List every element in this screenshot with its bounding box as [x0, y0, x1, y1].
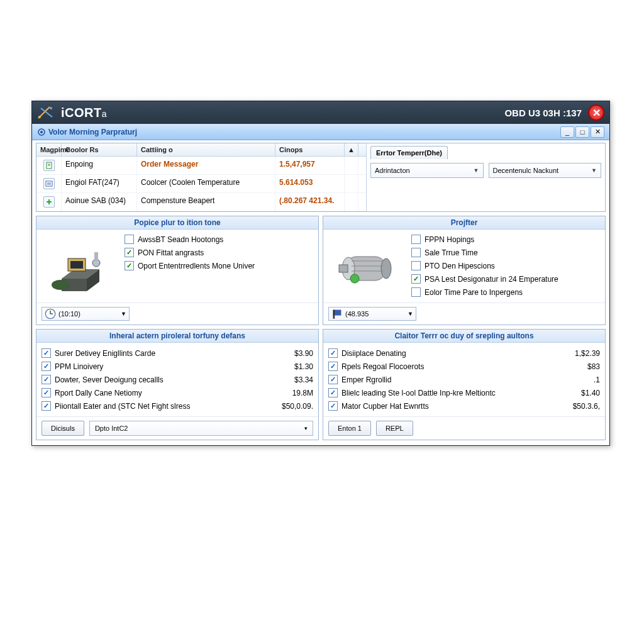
- machine-illustration: [43, 235, 118, 297]
- checkbox[interactable]: ✓: [42, 348, 51, 358]
- table-row[interactable]: EnpoingOrder Messager1.5,47,957: [36, 157, 366, 175]
- combo-time-left[interactable]: (10:10)▼: [42, 307, 130, 321]
- list-item: ✓Emper Rgrollid.1: [328, 373, 600, 386]
- checkbox[interactable]: [411, 235, 421, 244]
- checkbox[interactable]: ✓: [328, 401, 338, 411]
- list-item: ✓Surer Detivey Enigllints Carde$3.90: [42, 347, 313, 360]
- check-item: FPPN Hopings: [411, 235, 599, 244]
- checkbox[interactable]: ✓: [42, 375, 51, 384]
- combo-adrintacton[interactable]: Adrintacton▼: [370, 163, 484, 178]
- checkbox[interactable]: ✓: [328, 375, 338, 384]
- check-item: ✓Oport Ententrredlents Mone Univer: [125, 261, 312, 270]
- cell-c: 1.5,47,957: [275, 157, 345, 174]
- cell-b: Coolcer (Coolen Temperature: [137, 175, 275, 192]
- col-header-a[interactable]: Coolor Rs: [62, 143, 137, 156]
- motor-illustration: [330, 235, 405, 297]
- list-label: Surer Detivey Enigllints Carde: [55, 349, 155, 358]
- list-amount: $1.30: [294, 362, 313, 371]
- svg-rect-20: [94, 252, 98, 261]
- list-item: ✓Disiiplace Denating1,$2.39: [328, 347, 600, 360]
- checkbox[interactable]: ✓: [125, 261, 134, 270]
- list-amount: $50,0.09.: [282, 402, 313, 411]
- cell-a: Aoinue SAB (034): [62, 193, 137, 211]
- tab-error-temp[interactable]: Errtor Temperr(Dhe): [370, 146, 448, 159]
- window-close-button[interactable]: ✕: [591, 126, 604, 138]
- enton-button[interactable]: Enton 1: [328, 421, 371, 436]
- check-label: AwssBT Seadn Hootongs: [138, 235, 223, 244]
- panel-popice: Popice plur to ition tone: [36, 216, 319, 325]
- list-label: Piiontall Eater and (STC Net Fight slres…: [55, 402, 190, 411]
- list-label: Blielc leading Ste l-ool Dattle Inp-kre …: [341, 389, 496, 397]
- svg-rect-28: [339, 265, 348, 272]
- svg-rect-18: [70, 261, 83, 269]
- svg-point-21: [52, 280, 69, 290]
- cell-a: Engiol FAT(247): [62, 175, 137, 192]
- close-button[interactable]: ✕: [588, 104, 604, 121]
- flag-icon: [331, 309, 343, 319]
- list-item: ✓Rpels Regoal Flocoerots$83: [328, 360, 600, 373]
- cell-c: (.80.267 421.34.: [275, 193, 345, 211]
- combo-decentenulc[interactable]: Decentenulc Nackunt▼: [489, 163, 602, 178]
- svg-point-3: [50, 107, 52, 109]
- row-icon: [43, 178, 55, 189]
- checkbox[interactable]: ✓: [42, 362, 51, 371]
- checkbox[interactable]: [411, 261, 421, 270]
- subtitle-bar: Volor Morning Parpraturj _ □ ✕: [32, 124, 609, 140]
- checkbox[interactable]: ✓: [42, 401, 51, 411]
- cell-b: Order Messager: [137, 157, 275, 174]
- combo-dpto[interactable]: Dpto IntC2▾: [89, 421, 313, 436]
- scroll-up-button[interactable]: ▲: [345, 143, 358, 156]
- maximize-button[interactable]: □: [575, 126, 589, 138]
- checkbox[interactable]: ✓: [411, 274, 421, 284]
- app-logo: iCORTa: [37, 106, 107, 120]
- col-header-icon[interactable]: Magpime: [36, 143, 62, 156]
- data-grid: Magpime Coolor Rs Cattiing o Cinops ▲ En…: [36, 143, 606, 212]
- checkbox[interactable]: ✓: [328, 388, 338, 397]
- list-inheral: Inheral actern piroleral torfuny defans …: [36, 329, 319, 440]
- cell-c: 5.614.053: [275, 175, 345, 192]
- clock-icon: [45, 309, 56, 319]
- gear-icon: [37, 128, 46, 136]
- check-item: Eolor Time Pare to Inpergens: [411, 287, 599, 297]
- list-amount: $1.40: [581, 389, 600, 397]
- minimize-button[interactable]: _: [560, 126, 574, 138]
- checkbox[interactable]: ✓: [328, 348, 338, 358]
- list-item: ✓Rport Dally Cane Netiomy19.8M: [42, 386, 313, 399]
- list-amount: $3.90: [294, 349, 313, 358]
- check-label: PSA Lest Desigonatur in 24 Emperature: [425, 275, 558, 284]
- list-item: ✓Dowter, Sever Deoigung cecallls$3.34: [42, 373, 313, 386]
- panel-projfter-title: Projfter: [323, 216, 605, 230]
- panel-popice-title: Popice plur to ition tone: [36, 216, 318, 230]
- checkbox[interactable]: [125, 235, 134, 244]
- list-item: ✓PPM Linoivery$1.30: [42, 360, 313, 373]
- titlebar: iCORTa OBD U3 03H :137 ✕: [32, 101, 609, 124]
- status-text: OBD U3 03H :137: [504, 108, 582, 118]
- repl-button[interactable]: REPL: [376, 421, 413, 436]
- table-row[interactable]: Aoinue SAB (034)Compensture Beapert(.80.…: [36, 193, 366, 211]
- checkbox[interactable]: [411, 248, 421, 257]
- list-amount: $83: [587, 362, 600, 371]
- list-item: ✓Piiontall Eater and (STC Net Fight slre…: [42, 399, 313, 413]
- checkbox[interactable]: ✓: [125, 248, 134, 257]
- col-header-b[interactable]: Cattiing o: [137, 143, 275, 156]
- row-icon: [43, 160, 55, 171]
- combo-time-right[interactable]: (48.935▼: [328, 307, 416, 321]
- table-row[interactable]: Engiol FAT(247)Coolcer (Coolen Temperatu…: [36, 175, 366, 193]
- checkbox[interactable]: ✓: [42, 388, 51, 397]
- list-label: Emper Rgrollid: [341, 375, 391, 384]
- check-label: PTO Den Hipescions: [425, 262, 495, 270]
- list-amount: .1: [594, 375, 600, 384]
- svg-point-2: [38, 116, 41, 118]
- grid-header: Magpime Coolor Rs Cattiing o Cinops ▲: [36, 143, 366, 157]
- side-panel: Errtor Temperr(Dhe) Adrintacton▼ Decente…: [366, 143, 605, 211]
- checkbox[interactable]: [411, 287, 421, 297]
- check-item: PTO Den Hipescions: [411, 261, 599, 270]
- cell-a: Enpoing: [62, 157, 137, 174]
- col-header-c[interactable]: Cinops: [275, 143, 345, 156]
- list-item: ✓Mator Cupber Hat Ewnrtts$50.3.6,: [328, 399, 600, 413]
- list-amount: 19.8M: [292, 389, 313, 397]
- dicisuls-button[interactable]: Dicisuls: [42, 421, 84, 436]
- row-icon: [43, 196, 55, 208]
- checkbox[interactable]: ✓: [328, 362, 338, 371]
- list-label: Disiiplace Denating: [341, 349, 406, 358]
